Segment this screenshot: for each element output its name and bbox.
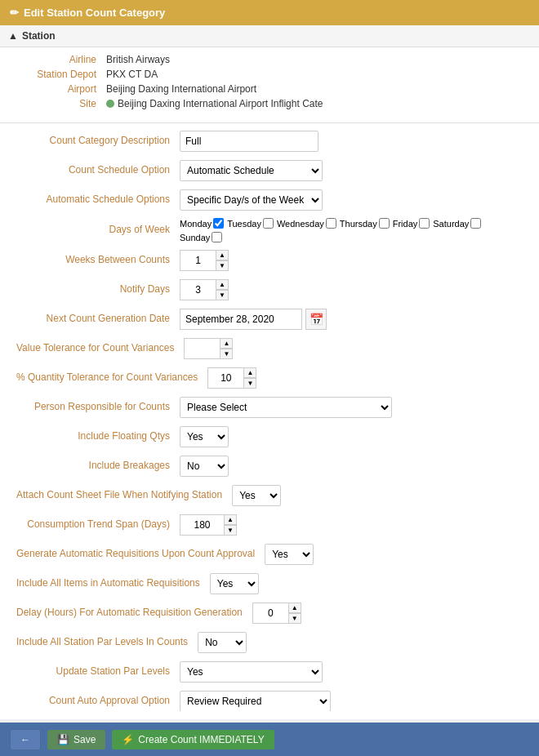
include-breakages-select[interactable]: No Yes	[180, 456, 229, 477]
attach-count-sheet-select[interactable]: Yes No	[232, 485, 281, 506]
count-auto-approval-row: Count Auto Approval Option Review Requir…	[16, 690, 523, 711]
tuesday-checkbox[interactable]	[263, 218, 274, 229]
delay-hours-label: Delay (Hours) For Automatic Requisition …	[16, 607, 252, 620]
notify-days-spinner: ▲ ▼	[180, 279, 229, 300]
back-button[interactable]: ←	[10, 729, 41, 750]
delay-hours-decrement-btn[interactable]: ▼	[288, 613, 301, 624]
include-all-station-par-select[interactable]: No Yes	[198, 632, 247, 653]
site-value: Beijing Daxing International Airport Inf…	[118, 98, 323, 109]
thursday-label: Thursday	[340, 219, 377, 229]
qty-tolerance-increment-btn[interactable]: ▲	[243, 367, 256, 378]
consumption-trend-row: Consumption Trend Span (Days) ▲ ▼	[16, 514, 523, 536]
weeks-increment-btn[interactable]: ▲	[216, 250, 229, 260]
generate-auto-req-select[interactable]: Yes No	[265, 544, 314, 565]
page-title: Edit Station Count Category	[24, 7, 165, 19]
count-category-desc-label: Count Category Description	[16, 135, 180, 148]
value-tolerance-label: Value Tolerance for Count Variances	[16, 342, 184, 355]
airline-value: British Airways	[106, 54, 170, 65]
consumption-trend-spinner-buttons: ▲ ▼	[224, 514, 237, 536]
friday-checkbox[interactable]	[419, 218, 430, 229]
page-header: ✏ Edit Station Count Category	[0, 0, 539, 25]
qty-tolerance-input[interactable]	[207, 367, 244, 389]
include-all-items-select[interactable]: Yes No	[210, 573, 259, 594]
saturday-checkbox[interactable]	[470, 218, 481, 229]
notify-decrement-btn[interactable]: ▼	[216, 290, 229, 300]
next-count-date-group: 📅	[180, 309, 327, 330]
save-button[interactable]: 💾 Save	[47, 730, 105, 749]
friday-label: Friday	[393, 219, 418, 229]
notify-days-input[interactable]	[180, 279, 216, 300]
person-responsible-row: Person Responsible for Counts Please Sel…	[16, 396, 523, 419]
generate-auto-req-label: Generate Automatic Requisitions Upon Cou…	[16, 548, 265, 561]
include-all-station-par-row: Include All Station Par Levels In Counts…	[16, 631, 523, 654]
create-count-immediately-button[interactable]: ⚡ Create Count IMMEDIATELY	[112, 730, 274, 749]
day-friday: Friday	[393, 218, 430, 229]
tuesday-label: Tuesday	[227, 219, 261, 229]
notify-increment-btn[interactable]: ▲	[216, 279, 229, 290]
automatic-schedule-options-label: Automatic Schedule Options	[16, 193, 180, 207]
consumption-trend-input[interactable]	[180, 514, 225, 536]
weeks-between-counts-spinner: ▲ ▼	[180, 250, 229, 271]
include-breakages-row: Include Breakages No Yes	[16, 455, 523, 478]
generate-auto-req-row: Generate Automatic Requisitions Upon Cou…	[16, 543, 523, 566]
automatic-schedule-options-row: Automatic Schedule Options Specific Day/…	[16, 189, 523, 211]
station-info-panel: Airline British Airways Station Depot PK…	[0, 47, 539, 123]
next-count-date-row: Next Count Generation Date 📅	[16, 308, 523, 331]
back-arrow-icon: ←	[20, 734, 30, 745]
notify-days-row: Notify Days ▲ ▼	[16, 278, 523, 301]
count-schedule-option-row: Count Schedule Option Automatic Schedule…	[16, 159, 523, 182]
value-tolerance-input[interactable]	[184, 338, 220, 359]
site-status-dot	[106, 100, 114, 108]
station-section-header: ▲ Station	[0, 25, 539, 47]
weeks-between-counts-input[interactable]	[180, 250, 216, 271]
days-of-week-group: Monday Tuesday Wednesday Thursday	[180, 218, 523, 242]
count-schedule-option-select[interactable]: Automatic Schedule Manual Schedule	[180, 160, 323, 181]
airline-row: Airline British Airways	[16, 54, 523, 65]
qty-tolerance-label: % Quantity Tolerance for Count Variances	[16, 371, 207, 385]
create-count-label: Create Count IMMEDIATELY	[138, 734, 264, 745]
value-tolerance-spinner: ▲ ▼	[184, 338, 233, 359]
airport-value: Beijing Daxing International Airport	[106, 83, 256, 95]
airport-label: Airport	[16, 83, 106, 95]
person-responsible-select[interactable]: Please Select	[180, 397, 392, 418]
site-label: Site	[16, 98, 106, 109]
value-tolerance-row: Value Tolerance for Count Variances ▲ ▼	[16, 337, 523, 360]
day-monday: Monday	[180, 218, 224, 229]
station-depot-row: Station Depot PKX CT DA	[16, 69, 523, 80]
thursday-checkbox[interactable]	[379, 218, 390, 229]
airline-label: Airline	[16, 54, 106, 65]
consumption-trend-decrement-btn[interactable]: ▼	[224, 525, 237, 536]
value-tolerance-spinner-buttons: ▲ ▼	[220, 338, 233, 359]
next-count-date-input[interactable]	[180, 309, 302, 330]
person-responsible-label: Person Responsible for Counts	[16, 401, 180, 414]
day-sunday: Sunday	[180, 232, 222, 242]
value-tolerance-decrement-btn[interactable]: ▼	[220, 349, 233, 359]
weeks-decrement-btn[interactable]: ▼	[216, 260, 229, 271]
save-icon: 💾	[57, 734, 69, 745]
wednesday-checkbox[interactable]	[326, 218, 336, 229]
lightning-icon: ⚡	[122, 734, 134, 745]
days-of-week-label: Days of Week	[16, 224, 180, 237]
include-all-station-par-label: Include All Station Par Levels In Counts	[16, 636, 198, 649]
monday-checkbox[interactable]	[213, 218, 224, 229]
qty-tolerance-decrement-btn[interactable]: ▼	[243, 378, 256, 389]
delay-hours-increment-btn[interactable]: ▲	[288, 603, 301, 613]
update-station-par-select[interactable]: Yes No	[180, 661, 323, 683]
station-section-label: Station	[22, 30, 56, 42]
collapse-icon[interactable]: ▲	[8, 30, 18, 42]
calendar-btn[interactable]: 📅	[305, 309, 327, 330]
include-all-items-row: Include All Items in Automatic Requisiti…	[16, 572, 523, 595]
notify-days-label: Notify Days	[16, 283, 180, 296]
count-auto-approval-select[interactable]: Review Required Auto Approve	[180, 691, 331, 711]
include-floating-select[interactable]: Yes No	[180, 426, 229, 447]
include-all-items-label: Include All Items in Automatic Requisiti…	[16, 577, 210, 590]
automatic-schedule-options-select[interactable]: Specific Day/s of the Week Daily Weekly	[180, 189, 323, 211]
sunday-checkbox[interactable]	[212, 232, 222, 242]
count-category-desc-input[interactable]	[180, 131, 318, 152]
delay-hours-row: Delay (Hours) For Automatic Requisition …	[16, 602, 523, 625]
update-station-par-label: Update Station Par Levels	[16, 665, 180, 678]
station-depot-value: PKX CT DA	[106, 69, 158, 80]
value-tolerance-increment-btn[interactable]: ▲	[220, 338, 233, 349]
consumption-trend-increment-btn[interactable]: ▲	[224, 514, 237, 525]
delay-hours-input[interactable]	[252, 603, 289, 624]
